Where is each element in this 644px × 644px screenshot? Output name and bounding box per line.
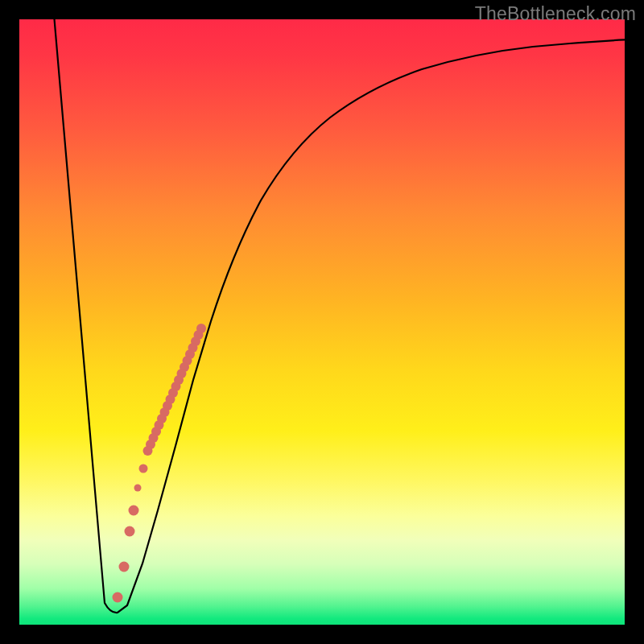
svg-point-25 (113, 592, 123, 603)
plot-area (19, 19, 625, 625)
chart-frame: TheBottleneck.com (0, 0, 644, 644)
svg-point-23 (125, 526, 135, 537)
bottleneck-curve (54, 19, 625, 613)
svg-point-20 (139, 464, 148, 473)
watermark-text: TheBottleneck.com (475, 3, 636, 25)
highlighted-points (113, 324, 207, 603)
svg-point-24 (119, 562, 130, 572)
svg-point-21 (134, 485, 142, 492)
bottleneck-curve-svg (19, 19, 625, 625)
svg-rect-19 (143, 446, 153, 456)
svg-point-22 (129, 506, 139, 516)
